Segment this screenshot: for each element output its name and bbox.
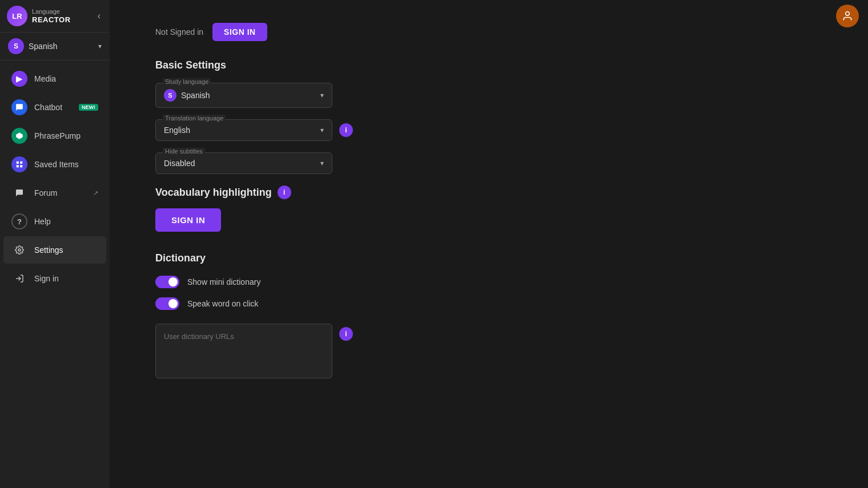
- language-selector[interactable]: S Spanish ▾: [0, 33, 110, 61]
- translation-language-value: English: [164, 126, 320, 135]
- study-language-badge: S: [164, 89, 176, 102]
- sidebar-header: LR Language REACTOR ‹: [0, 0, 110, 33]
- logo-area: LR Language REACTOR: [7, 6, 71, 26]
- settings-icon: [11, 242, 27, 258]
- user-dict-urls-wrapper: [155, 324, 332, 378]
- show-mini-dict-label: Show mini dictionary: [187, 277, 260, 287]
- sidebar-item-media[interactable]: ▶ Media: [3, 65, 106, 92]
- study-language-field[interactable]: Study language S Spanish ▾: [155, 83, 332, 108]
- sidebar-item-signin-label: Sign in: [34, 274, 59, 283]
- study-language-dropdown-arrow-icon: ▾: [320, 91, 324, 99]
- phrasepump-icon: [11, 128, 27, 144]
- sidebar-item-saved-items-label: Saved Items: [34, 160, 79, 169]
- signin-icon: [11, 271, 27, 287]
- chatbot-icon: [11, 99, 27, 115]
- not-signed-in-row: Not Signed in SIGN IN: [155, 23, 589, 41]
- main-content: Not Signed in SIGN IN Basic Settings Stu…: [110, 0, 868, 488]
- show-mini-dict-row: Show mini dictionary: [155, 276, 589, 288]
- vocab-highlighting-info-button[interactable]: i: [278, 185, 291, 199]
- sidebar-item-chatbot-label: Chatbot: [34, 103, 62, 112]
- hide-subtitles-field[interactable]: Hide subtitles Disabled ▾: [155, 152, 332, 174]
- media-icon: ▶: [11, 71, 27, 87]
- study-language-label: Study language: [163, 78, 211, 85]
- show-mini-dict-toggle[interactable]: [155, 276, 179, 288]
- sidebar-item-phrasepump[interactable]: PhrasePump: [3, 122, 106, 150]
- svg-rect-5: [20, 165, 22, 167]
- svg-rect-2: [17, 162, 19, 164]
- sidebar-item-signin[interactable]: Sign in: [3, 265, 106, 292]
- user-dict-urls-textarea[interactable]: [156, 324, 332, 376]
- translation-language-group: Translation language English ▾ i: [155, 119, 589, 141]
- sidebar-item-saved-items[interactable]: Saved Items: [3, 151, 106, 178]
- translation-language-dropdown-arrow-icon: ▾: [320, 126, 324, 134]
- new-badge: NEW!: [79, 104, 98, 111]
- hide-subtitles-dropdown-arrow-icon: ▾: [320, 159, 324, 167]
- logo-text-top: Language: [32, 8, 71, 15]
- svg-marker-1: [16, 132, 23, 139]
- show-mini-dict-slider: [155, 276, 179, 288]
- svg-rect-3: [20, 162, 22, 164]
- sidebar-item-forum-label: Forum: [34, 188, 57, 197]
- speak-word-slider: [155, 297, 179, 310]
- basic-settings-title: Basic Settings: [155, 59, 589, 71]
- sidebar-item-settings-label: Settings: [34, 245, 63, 255]
- user-dict-urls-row: i: [155, 319, 589, 378]
- translation-language-info-button[interactable]: i: [339, 123, 353, 137]
- sidebar-collapse-button[interactable]: ‹: [95, 9, 103, 23]
- sidebar-item-help-label: Help: [34, 217, 51, 226]
- translation-language-select-display[interactable]: English ▾: [156, 120, 332, 140]
- svg-point-0: [846, 12, 850, 16]
- external-link-icon: ↗: [93, 189, 98, 197]
- language-name: Spanish: [29, 42, 94, 51]
- translation-language-field[interactable]: Translation language English ▾: [155, 119, 332, 141]
- study-language-select-display[interactable]: S Spanish ▾: [156, 83, 332, 107]
- dictionary-title: Dictionary: [155, 252, 589, 264]
- speak-word-label: Speak word on click: [187, 299, 259, 308]
- user-dict-urls-info-button[interactable]: i: [339, 327, 353, 341]
- vocab-highlighting-title: Vocabulary highlighting: [155, 187, 272, 199]
- chevron-down-icon: ▾: [98, 42, 102, 50]
- study-language-row: Study language S Spanish ▾: [155, 83, 589, 108]
- translation-language-row: Translation language English ▾ i: [155, 119, 589, 141]
- sign-in-button-large[interactable]: SIGN IN: [155, 208, 221, 232]
- speak-word-toggle[interactable]: [155, 297, 179, 310]
- content-wrapper: Not Signed in SIGN IN Basic Settings Stu…: [155, 23, 589, 378]
- sidebar-item-settings[interactable]: Settings: [3, 236, 106, 264]
- logo-text: Language REACTOR: [32, 8, 71, 25]
- sidebar-item-chatbot[interactable]: Chatbot NEW!: [3, 94, 106, 121]
- top-right-avatar-area: [836, 5, 859, 27]
- logo-text-bottom: REACTOR: [32, 15, 71, 25]
- hide-subtitles-value: Disabled: [164, 159, 320, 168]
- vocab-highlighting-title-row: Vocabulary highlighting i: [155, 185, 589, 199]
- forum-icon: [11, 185, 27, 201]
- hide-subtitles-group: Hide subtitles Disabled ▾: [155, 152, 589, 174]
- sidebar: LR Language REACTOR ‹ S Spanish ▾ ▶ Medi…: [0, 0, 110, 488]
- help-icon: ?: [11, 213, 27, 229]
- logo-circle: LR: [7, 6, 27, 26]
- study-language-value: Spanish: [181, 91, 320, 100]
- hide-subtitles-label: Hide subtitles: [163, 148, 205, 155]
- sidebar-item-forum[interactable]: Forum ↗: [3, 179, 106, 207]
- study-language-group: Study language S Spanish ▾: [155, 83, 589, 108]
- not-signed-in-text: Not Signed in: [155, 27, 203, 37]
- sidebar-item-media-label: Media: [34, 74, 56, 83]
- speak-word-row: Speak word on click: [155, 297, 589, 310]
- sidebar-item-help[interactable]: ? Help: [3, 208, 106, 235]
- hide-subtitles-row: Hide subtitles Disabled ▾: [155, 152, 589, 174]
- svg-rect-4: [17, 165, 19, 167]
- svg-point-6: [18, 249, 21, 251]
- saved-items-icon: [11, 156, 27, 172]
- user-avatar-button[interactable]: [836, 5, 859, 27]
- translation-language-label: Translation language: [163, 115, 226, 122]
- sidebar-item-phrasepump-label: PhrasePump: [34, 131, 81, 140]
- sign-in-button-top[interactable]: SIGN IN: [212, 23, 267, 41]
- dictionary-section: Dictionary Show mini dictionary Speak wo…: [155, 252, 589, 378]
- language-badge: S: [8, 38, 24, 54]
- hide-subtitles-select-display[interactable]: Disabled ▾: [156, 153, 332, 174]
